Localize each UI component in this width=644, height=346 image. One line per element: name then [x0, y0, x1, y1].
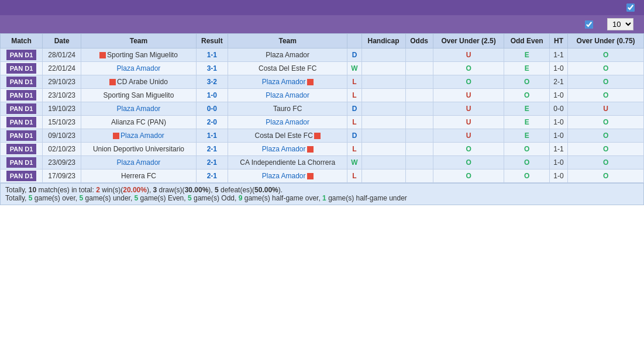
col-team2: Team: [228, 34, 347, 49]
games-select[interactable]: 10 20 30: [607, 18, 633, 30]
cell-over-under: U: [433, 49, 504, 62]
display-notes-checkbox[interactable]: [626, 4, 635, 12]
col-match: Match: [1, 34, 43, 49]
cell-over-under: O: [433, 143, 504, 156]
cell-team2: CA Independiente La Chorrera: [228, 156, 347, 169]
cell-result: 1-0: [196, 89, 228, 102]
cell-outcome: L: [347, 89, 361, 102]
col-odds: Odds: [405, 34, 433, 49]
table-row: PAN D102/10/23Union Deportivo Universita…: [1, 143, 644, 156]
table-row: PAN D109/10/23Plaza Amador1-1Costa Del E…: [1, 129, 644, 143]
table-row: PAN D128/01/24Sporting San Miguelito1-1P…: [1, 49, 644, 62]
summary-bar: Totally, 10 match(es) in total: 2 win(s)…: [0, 183, 644, 205]
cell-date: 19/10/23: [43, 102, 81, 116]
cell-over-under: U: [433, 116, 504, 129]
cell-handicap: [361, 156, 405, 169]
cell-match: PAN D1: [1, 169, 43, 183]
cell-match: PAN D1: [1, 62, 43, 75]
cell-over-under2: O: [568, 156, 644, 169]
cell-team2: Plaza Amador: [228, 75, 347, 89]
cell-over-under: U: [433, 102, 504, 116]
cell-team2: Plaza Amador: [228, 49, 347, 62]
cell-handicap: [361, 116, 405, 129]
cell-over-under: U: [433, 129, 504, 143]
cell-result: 2-1: [196, 156, 228, 169]
cell-outcome: L: [347, 143, 361, 156]
cell-team1: Plaza Amador: [81, 102, 196, 116]
cell-date: 17/09/23: [43, 169, 81, 183]
cell-outcome: L: [347, 116, 361, 129]
cell-odds: [405, 129, 433, 143]
cell-odd-even: O: [504, 156, 549, 169]
header: [0, 0, 644, 15]
col-date: Date: [43, 34, 81, 49]
league-checkbox[interactable]: [585, 20, 593, 29]
cell-odds: [405, 116, 433, 129]
cell-date: 29/10/23: [43, 75, 81, 89]
cell-odds: [405, 62, 433, 75]
cell-date: 23/09/23: [43, 156, 81, 169]
cell-ht: 1-0: [549, 62, 567, 75]
cell-date: 15/10/23: [43, 116, 81, 129]
cell-result: 2-0: [196, 116, 228, 129]
cell-ht: 1-0: [549, 169, 567, 183]
cell-team2: Plaza Amador: [228, 143, 347, 156]
cell-over-under2: O: [568, 169, 644, 183]
cell-over-under2: U: [568, 102, 644, 116]
cell-odds: [405, 156, 433, 169]
display-notes-control: [626, 4, 638, 12]
cell-handicap: [361, 129, 405, 143]
cell-outcome: W: [347, 156, 361, 169]
table-row: PAN D123/10/23Sporting San Miguelito1-0P…: [1, 89, 644, 102]
cell-match: PAN D1: [1, 89, 43, 102]
cell-ht: 0-0: [549, 102, 567, 116]
cell-ht: 1-1: [549, 49, 567, 62]
cell-match: PAN D1: [1, 75, 43, 89]
cell-match: PAN D1: [1, 49, 43, 62]
cell-team1: Sporting San Miguelito: [81, 89, 196, 102]
col-over-under2: Over Under (0.75): [568, 34, 644, 49]
cell-over-under: O: [433, 156, 504, 169]
cell-odd-even: E: [504, 62, 549, 75]
table-row: PAN D122/01/24Plaza Amador3-1Costa Del E…: [1, 62, 644, 75]
cell-team2: Plaza Amador: [228, 116, 347, 129]
cell-date: 09/10/23: [43, 129, 81, 143]
cell-handicap: [361, 169, 405, 183]
cell-team1: Union Deportivo Universitario: [81, 143, 196, 156]
cell-odd-even: O: [504, 89, 549, 102]
table-row: PAN D123/09/23Plaza Amador2-1CA Independ…: [1, 156, 644, 169]
cell-team1: Plaza Amador: [81, 156, 196, 169]
cell-odds: [405, 75, 433, 89]
cell-odd-even: E: [504, 129, 549, 143]
cell-date: 28/01/24: [43, 49, 81, 62]
cell-outcome: L: [347, 75, 361, 89]
cell-date: 23/10/23: [43, 89, 81, 102]
cell-team1: Alianza FC (PAN): [81, 116, 196, 129]
cell-over-under: O: [433, 62, 504, 75]
cell-over-under: O: [433, 169, 504, 183]
cell-handicap: [361, 49, 405, 62]
col-result: Result: [196, 34, 228, 49]
table-row: PAN D119/10/23Plaza Amador0-0Tauro FCDUE…: [1, 102, 644, 116]
cell-over-under: U: [433, 89, 504, 102]
cell-odds: [405, 143, 433, 156]
cell-odd-even: E: [504, 49, 549, 62]
cell-team1: Plaza Amador: [81, 62, 196, 75]
cell-team1: Sporting San Miguelito: [81, 49, 196, 62]
table-header-row: Match Date Team Result Team Handicap Odd…: [1, 34, 644, 49]
cell-over-under2: O: [568, 49, 644, 62]
filter-bar: 10 20 30: [0, 15, 644, 33]
cell-result: 1-1: [196, 129, 228, 143]
table-row: PAN D115/10/23Alianza FC (PAN)2-0Plaza A…: [1, 116, 644, 129]
cell-handicap: [361, 89, 405, 102]
summary-line1: Totally, 10 match(es) in total: 2 win(s)…: [5, 186, 639, 194]
cell-result: 2-1: [196, 169, 228, 183]
cell-team1: Plaza Amador: [81, 129, 196, 143]
summary-line2: Totally, 5 game(s) over, 5 game(s) under…: [5, 194, 639, 202]
cell-odd-even: E: [504, 116, 549, 129]
cell-handicap: [361, 62, 405, 75]
cell-match: PAN D1: [1, 156, 43, 169]
col-odd-even: Odd Even: [504, 34, 549, 49]
cell-over-under2: O: [568, 129, 644, 143]
col-ht: HT: [549, 34, 567, 49]
